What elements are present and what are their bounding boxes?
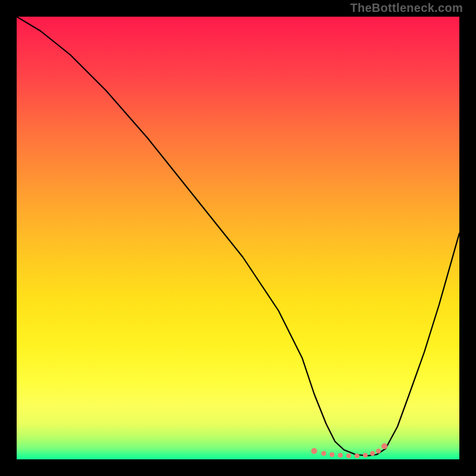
valley-dot <box>330 452 334 457</box>
valley-dot <box>370 451 375 456</box>
valley-dot <box>338 453 343 458</box>
valley-dotted-markers <box>311 443 387 458</box>
bottleneck-curve <box>17 17 459 456</box>
valley-dot <box>363 453 368 458</box>
valley-dot <box>355 453 359 458</box>
valley-dot <box>381 443 387 449</box>
chart-frame: TheBottleneck.com <box>0 0 476 476</box>
curve-svg <box>17 17 459 459</box>
watermark-text: TheBottleneck.com <box>350 1 463 15</box>
valley-dot <box>376 449 381 453</box>
valley-dot <box>311 448 317 454</box>
valley-dot <box>346 453 351 458</box>
valley-dot <box>321 451 326 456</box>
plot-area <box>17 17 459 459</box>
